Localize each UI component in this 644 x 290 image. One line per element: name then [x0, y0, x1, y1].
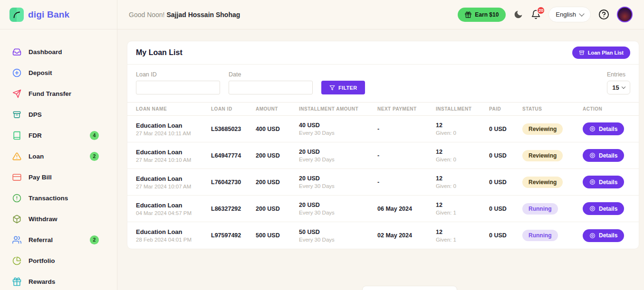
sidebar-item-label: FDR	[29, 132, 42, 139]
sidebar-item-label: Referral	[29, 236, 53, 243]
table-row: Education Loan27 Mar 2024 10:07 AM L7604…	[127, 169, 639, 196]
plus-circle-icon	[12, 68, 21, 77]
chevron-down-icon	[579, 11, 584, 16]
status-badge: Running	[522, 230, 558, 241]
date-label: Date	[229, 71, 313, 78]
sidebar-item-fund-transfer[interactable]: Fund Transfer	[0, 83, 117, 104]
loan-list-card: My Loan List Loan Plan List Loan ID Date	[127, 41, 639, 249]
sidebar-item-pay-bill[interactable]: Pay Bill	[0, 167, 117, 187]
installment-cell: 12Given: 0	[436, 175, 489, 189]
referral-count-badge: 2	[90, 235, 99, 244]
installment-amount-cell: 20 USDEvery 30 Days	[299, 149, 377, 162]
eye-icon	[589, 152, 596, 159]
top-header: Good Noon!Sajjad Hossain Shohag Earn $10…	[117, 0, 644, 29]
details-button[interactable]: Details	[583, 149, 624, 162]
funnel-icon	[329, 85, 335, 91]
dark-mode-toggle[interactable]	[513, 9, 523, 19]
column-header: INSTALLMENT AMOUNT	[299, 106, 377, 112]
loan-name-cell: Education Loan04 Mar 2024 04:57 PM	[136, 202, 211, 216]
pagination-bar[interactable]	[362, 286, 457, 290]
gift-icon	[12, 277, 21, 286]
eye-icon	[589, 206, 596, 212]
table-row: Education Loan28 Feb 2024 04:01 PM L9759…	[127, 222, 639, 249]
package-icon	[12, 215, 21, 224]
installment-cell: 12Given: 0	[436, 122, 489, 136]
action-cell: Details	[583, 229, 630, 242]
sidebar-item-referral[interactable]: Referral 2	[0, 229, 117, 250]
notification-count-badge: 20	[537, 6, 545, 15]
sidebar-item-label: Rewards	[29, 278, 55, 285]
sidebar-item-portfolio[interactable]: Portfolio	[0, 250, 117, 271]
details-button[interactable]: Details	[583, 122, 624, 135]
eye-icon	[589, 233, 596, 239]
sidebar-item-label: Withdraw	[29, 215, 58, 223]
sidebar-item-label: Pay Bill	[29, 174, 52, 181]
action-cell: Details	[583, 149, 630, 162]
column-header: PAID	[489, 106, 522, 112]
pie-chart-icon	[12, 256, 21, 265]
greeting: Good Noon!Sajjad Hossain Shohag	[129, 11, 240, 19]
archive-box-icon	[12, 110, 21, 119]
details-button[interactable]: Details	[583, 176, 624, 188]
next-payment-cell: -	[377, 126, 436, 132]
earn-button[interactable]: Earn $10	[458, 8, 506, 22]
filter-button[interactable]: FILTER	[321, 81, 365, 94]
status-cell: Reviewing	[522, 150, 583, 161]
details-button[interactable]: Details	[583, 229, 624, 242]
loan-id-cell: L53685023	[211, 126, 256, 132]
status-badge: Reviewing	[522, 150, 563, 161]
brand-name: digi Bank	[28, 9, 69, 20]
loan-plan-list-button[interactable]: Loan Plan List	[572, 47, 630, 59]
table-row: Education Loan27 Mar 2024 10:11 AM L5368…	[127, 116, 639, 142]
column-header: NEXT PAYMENT	[377, 106, 436, 112]
loan-id-cell: L97597492	[211, 232, 256, 239]
status-cell: Reviewing	[522, 123, 583, 135]
next-payment-cell: -	[377, 152, 436, 159]
filter-bar: Loan ID Date FILTER Entries 15	[127, 65, 639, 102]
action-cell: Details	[583, 122, 630, 135]
loan-name-cell: Education Loan27 Mar 2024 10:11 AM	[136, 122, 211, 136]
credit-card-icon	[12, 173, 21, 182]
brand-logo[interactable]: digi Bank	[0, 0, 117, 29]
users-icon	[12, 235, 21, 244]
loan-id-cell: L76042730	[211, 179, 256, 186]
next-payment-cell: -	[377, 179, 436, 186]
sidebar-item-deposit[interactable]: Deposit	[0, 62, 117, 83]
next-payment-cell: 06 May 2024	[377, 206, 436, 212]
loan-id-input[interactable]	[136, 81, 220, 94]
status-badge: Reviewing	[522, 177, 563, 188]
fdr-count-badge: 4	[90, 131, 99, 140]
loan-name-cell: Education Loan27 Mar 2024 10:07 AM	[136, 175, 211, 189]
amount-cell: 200 USD	[256, 179, 299, 186]
date-filter-group: Date	[229, 71, 313, 94]
status-cell: Running	[522, 230, 583, 241]
help-button[interactable]	[598, 9, 609, 20]
loan-date: 27 Mar 2024 10:07 AM	[136, 184, 211, 189]
notifications-button[interactable]: 20	[531, 9, 541, 19]
sidebar-item-fdr[interactable]: FDR 4	[0, 125, 117, 146]
paid-cell: 0 USD	[489, 232, 522, 239]
sidebar-item-loan[interactable]: Loan 2	[0, 146, 117, 167]
loan-count-badge: 2	[90, 152, 99, 161]
sidebar-item-dashboard[interactable]: Dashboard	[0, 41, 117, 62]
entries-select[interactable]: 15	[607, 81, 630, 94]
installment-amount-cell: 20 USDEvery 30 Days	[299, 202, 377, 215]
column-header: AMOUNT	[256, 106, 299, 112]
user-avatar[interactable]	[617, 7, 633, 22]
sidebar-item-withdraw[interactable]: Withdraw	[0, 208, 117, 229]
details-button[interactable]: Details	[583, 202, 624, 215]
eye-icon	[589, 179, 596, 185]
column-header: ACTION	[583, 106, 630, 112]
installment-cell: 12Given: 1	[436, 229, 489, 243]
sidebar-item-dps[interactable]: DPS	[0, 104, 117, 125]
sidebar-item-rewards[interactable]: Rewards	[0, 271, 117, 290]
archive-box-icon	[579, 50, 585, 56]
table-header-row: LOAN NAME LOAN ID AMOUNT INSTALLMENT AMO…	[127, 102, 639, 116]
user-name: Sajjad Hossain Shohag	[167, 11, 240, 19]
sidebar-item-transactions[interactable]: Transactions	[0, 187, 117, 208]
table-row: Education Loan04 Mar 2024 04:57 PM L8632…	[127, 196, 639, 222]
column-header: LOAN ID	[211, 106, 256, 112]
date-input[interactable]	[229, 81, 313, 94]
sidebar-item-label: Fund Transfer	[29, 90, 71, 97]
language-selector[interactable]: English	[548, 7, 591, 22]
